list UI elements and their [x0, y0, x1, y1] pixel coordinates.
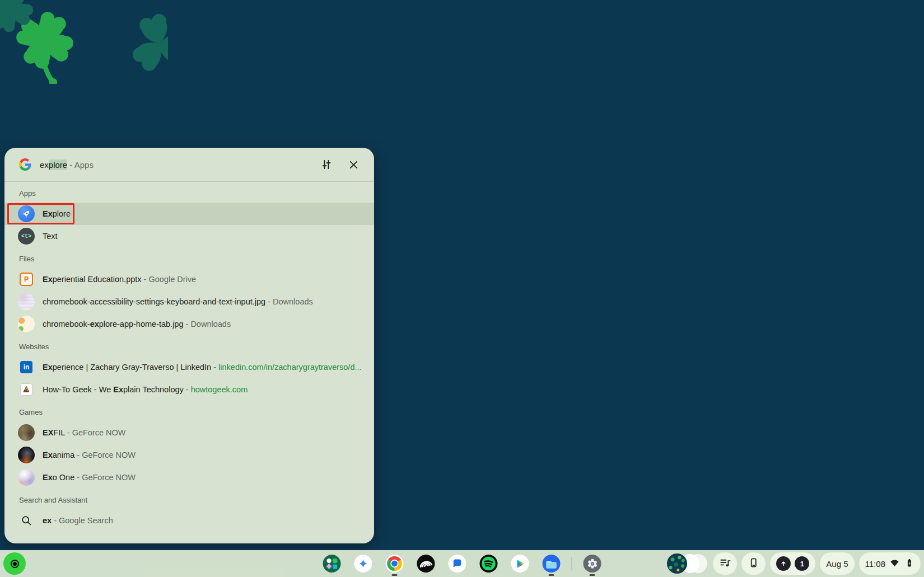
files-shelf-icon[interactable] — [536, 550, 567, 577]
geforce-now-shelf-icon[interactable] — [410, 550, 442, 577]
result-row-game-exo-one[interactable]: Exo One - GeForce NOW — [4, 466, 374, 489]
game-exo-one-icon — [18, 469, 35, 486]
result-label: How-To Geek - We Explain Technology - ho… — [43, 385, 248, 394]
apps-mall-shelf-icon[interactable] — [316, 550, 348, 577]
howtogeek-icon — [18, 381, 35, 398]
result-row-game-exfil[interactable]: EXFIL - GeForce NOW — [4, 421, 374, 444]
battery-charging-icon — [904, 557, 914, 570]
search-results: AppsExplore<t>TextFilesPExperiential Edu… — [4, 182, 374, 543]
shelf-apps — [316, 550, 608, 577]
result-row-pptx-file[interactable]: PExperiential Education.pptx - Google Dr… — [4, 268, 374, 290]
spotify-shelf-icon[interactable] — [473, 550, 505, 577]
result-label: Exanima - GeForce NOW — [43, 451, 136, 459]
desk-preview-button[interactable] — [667, 552, 708, 575]
autocomplete-highlight: plore — [49, 160, 67, 170]
wifi-icon — [889, 557, 900, 570]
clock-label: 11:08 — [865, 559, 885, 569]
search-bar[interactable]: explore - Apps — [4, 148, 374, 181]
result-row-explore-app[interactable]: Explore — [4, 203, 374, 225]
search-filter-icon[interactable] — [320, 158, 333, 171]
result-label: Explore — [43, 209, 71, 218]
date-label: Aug 5 — [826, 559, 848, 569]
chrome-shelf-icon[interactable] — [379, 550, 410, 577]
result-label: chromebook-explore-app-home-tab.jpg - Do… — [43, 320, 231, 329]
result-label: Exo One - GeForce NOW — [43, 473, 136, 482]
running-indicator — [590, 574, 595, 576]
result-label: Experiential Education.pptx - Google Dri… — [43, 275, 196, 284]
running-indicator — [392, 574, 398, 576]
close-icon[interactable] — [347, 158, 360, 171]
section-title-games: Games — [4, 401, 374, 421]
result-row-game-exanima[interactable]: Exanima - GeForce NOW — [4, 444, 374, 466]
jpg-thumb-1-icon — [18, 293, 35, 310]
explore-app-icon — [18, 205, 35, 222]
linkedin-icon: in — [18, 359, 35, 376]
result-label: Text — [43, 232, 58, 241]
game-exanima-icon — [18, 447, 35, 463]
result-row-jpg-thumb-2[interactable]: chromebook-explore-app-home-tab.jpg - Do… — [4, 313, 374, 335]
play-store-shelf-icon[interactable] — [505, 550, 536, 577]
result-row-linkedin[interactable]: inExperience | Zachary Gray-Traverso | L… — [4, 356, 374, 378]
section-title-apps: Apps — [4, 182, 374, 203]
game-exfil-icon — [18, 424, 35, 441]
launcher-active-icon — [11, 560, 19, 568]
update-notification-pill[interactable]: 1 — [770, 552, 815, 575]
gemini-shelf-icon[interactable] — [348, 550, 379, 577]
search-input[interactable]: explore - Apps — [40, 160, 94, 170]
update-arrow-icon — [776, 556, 791, 571]
running-indicator — [549, 574, 554, 576]
launcher-button[interactable] — [3, 552, 26, 575]
settings-shelf-icon[interactable] — [577, 550, 608, 577]
pptx-file-icon: P — [18, 271, 35, 288]
result-row-google-search[interactable]: ex - Google Search — [4, 509, 374, 532]
status-area: 1 Aug 5 11:08 — [667, 552, 921, 575]
jpg-thumb-2-icon — [18, 316, 35, 332]
messages-shelf-icon[interactable] — [442, 550, 473, 577]
shelf-separator — [572, 557, 572, 570]
phone-hub-button[interactable] — [741, 552, 766, 575]
media-controls-icon — [719, 557, 731, 570]
shelf: 1 Aug 5 11:08 — [0, 550, 924, 577]
phone-icon — [748, 557, 759, 570]
section-title-search-and-assistant: Search and Assistant — [4, 489, 374, 509]
result-label: Experience | Zachary Gray-Traverso | Lin… — [43, 363, 362, 372]
desktop: 10 — [0, 0, 924, 577]
result-label: EXFIL - GeForce NOW — [43, 428, 126, 437]
launcher-search-panel: explore - Apps AppsExplore<t>TextFilesPE… — [4, 148, 374, 543]
wallpaper: 10 — [0, 0, 168, 84]
text-app-icon: <t> — [18, 228, 35, 245]
result-row-jpg-thumb-1[interactable]: chromebook-accessibility-settings-keyboa… — [4, 290, 374, 313]
section-title-websites: Websites — [4, 335, 374, 356]
result-row-text-app[interactable]: <t>Text — [4, 225, 374, 247]
google-logo-icon — [19, 158, 31, 171]
notification-counter: 1 — [795, 556, 809, 571]
section-title-files: Files — [4, 247, 374, 268]
result-label: chromebook-accessibility-settings-keyboa… — [43, 297, 313, 306]
media-controls-button[interactable] — [713, 552, 737, 575]
quick-settings-button[interactable]: 11:08 — [859, 552, 921, 575]
date-button[interactable]: Aug 5 — [820, 552, 854, 575]
result-row-howtogeek[interactable]: How-To Geek - We Explain Technology - ho… — [4, 378, 374, 401]
result-label: ex - Google Search — [43, 516, 113, 525]
google-search-icon — [18, 512, 35, 529]
